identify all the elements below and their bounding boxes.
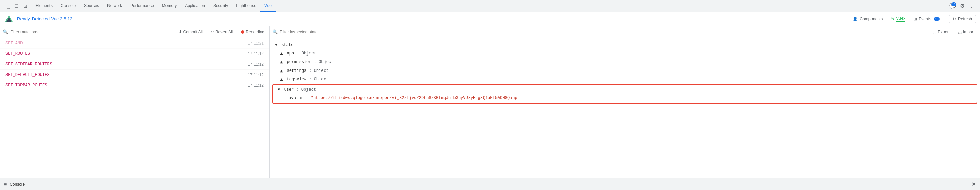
list-item[interactable]: SET_ROUTES 17:11:12 <box>0 49 269 59</box>
expand-user-arrow[interactable]: ▼ <box>278 87 280 93</box>
revert-all-button[interactable]: ↩ Revert All <box>209 29 235 35</box>
tree-item-app[interactable]: ▶ app : Object <box>270 49 980 58</box>
state-label: state <box>281 43 293 48</box>
import-icon: ⬚ <box>958 30 962 35</box>
mutation-name: SET_ROUTES <box>5 51 30 56</box>
recording-button[interactable]: Recording <box>239 29 267 35</box>
tab-performance[interactable]: Performance <box>126 0 158 12</box>
avatar-value: "https://thirdwx.qlogo.cn/mmopen/vi_32/I… <box>311 96 517 100</box>
tab-security[interactable]: Security <box>209 0 232 12</box>
events-badge: 13 <box>934 17 940 21</box>
right-panel: 🔍 ⬚ Export ⬚ Import ▼ state <box>270 26 980 178</box>
vuex-tab-button[interactable]: ↻ Vuex <box>888 15 909 24</box>
mutation-time: 17:11:21 <box>248 41 264 46</box>
chat-badge: 13 <box>951 2 956 6</box>
tree-item-user[interactable]: ▼ user : Object <box>275 86 975 94</box>
import-button[interactable]: ⬚ Import <box>955 29 977 35</box>
list-item[interactable]: SET_TOPBAR_ROUTES 17:11:12 <box>0 80 269 91</box>
commit-icon: ⬇ <box>179 30 182 34</box>
expand-settings-arrow[interactable]: ▶ <box>278 70 285 72</box>
export-icon: ⬚ <box>932 30 936 35</box>
dots-icon[interactable]: ⊡ <box>21 2 29 10</box>
tab-vue[interactable]: Vue <box>260 0 276 12</box>
tab-application[interactable]: Application <box>181 0 209 12</box>
console-label: Console <box>10 182 969 187</box>
mutation-time: 17:11:12 <box>248 73 264 77</box>
state-root-item[interactable]: ▼ state <box>270 41 980 49</box>
right-toolbar: 🔍 ⬚ Export ⬚ Import <box>270 26 980 38</box>
tree-item-settings[interactable]: ▶ settings : Object <box>270 67 980 75</box>
bottom-bar: ≡ Console ✕ <box>0 178 980 190</box>
expand-tagsview-arrow[interactable]: ▶ <box>278 78 285 81</box>
tree-item-user-highlighted[interactable]: ▼ user : Object avatar : "https://thirdw… <box>272 84 977 103</box>
left-toolbar: 🔍 ⬇ Commit All ↩ Revert All Recording <box>0 26 269 38</box>
list-item[interactable]: SET_AND 17:11:21 <box>0 38 269 49</box>
tab-console[interactable]: Console <box>57 0 80 12</box>
left-toolbar-actions: ⬇ Commit All ↩ Revert All Recording <box>177 29 267 35</box>
main-content: 🔍 ⬇ Commit All ↩ Revert All Recording <box>0 26 980 178</box>
refresh-button[interactable]: ↻ Refresh <box>949 15 976 23</box>
recording-dot-icon <box>241 30 244 34</box>
tree-item-avatar[interactable]: avatar : "https://thirdwx.qlogo.cn/mmope… <box>275 94 975 103</box>
tree-item-permission[interactable]: ▶ permission : Object <box>270 58 980 66</box>
mutation-time: 17:11:12 <box>248 51 264 56</box>
expand-state-arrow[interactable]: ▼ <box>275 42 277 48</box>
devtools-icons: ⬚ ☐ ⊡ <box>2 2 32 10</box>
components-tab-button[interactable]: 👤 Components <box>849 15 886 23</box>
tab-network[interactable]: Network <box>103 0 126 12</box>
inspect-icon[interactable]: ⬚ <box>3 2 11 10</box>
more-options-icon[interactable]: ⋮ <box>968 2 976 10</box>
toolbar-right-buttons: 👤 Components ↻ Vuex ⊞ Events 13 ↻ Refres… <box>849 15 976 24</box>
mutation-name: SET_DEFAULT_ROUTES <box>5 73 50 77</box>
events-tab-button[interactable]: ⊞ Events 13 <box>910 15 943 23</box>
mutation-time: 17:11:12 <box>248 62 264 67</box>
left-panel: 🔍 ⬇ Commit All ↩ Revert All Recording <box>0 26 270 178</box>
components-icon: 👤 <box>853 17 858 21</box>
search-icon: 🔍 <box>3 29 8 35</box>
close-console-icon[interactable]: ✕ <box>972 181 976 187</box>
tab-elements[interactable]: Elements <box>32 0 57 12</box>
mutation-list: SET_AND 17:11:21 SET_ROUTES 17:11:12 SET… <box>0 38 269 178</box>
toolbar-divider <box>946 16 946 22</box>
vue-toolbar: Ready. Detected Vue 2.6.12. 👤 Components… <box>0 12 980 26</box>
mutation-time: 17:11:12 <box>248 83 264 88</box>
state-search-input[interactable] <box>280 30 928 35</box>
search-icon: 🔍 <box>272 29 278 35</box>
tab-sources[interactable]: Sources <box>80 0 103 12</box>
tab-lighthouse[interactable]: Lighthouse <box>232 0 260 12</box>
commit-all-button[interactable]: ⬇ Commit All <box>177 29 205 35</box>
events-icon: ⊞ <box>913 17 917 21</box>
vuex-icon: ↻ <box>891 17 894 21</box>
right-toolbar-actions: ⬚ Export ⬚ Import <box>930 29 977 35</box>
top-tab-bar: ⬚ ☐ ⊡ Elements Console Sources Network P… <box>0 0 980 12</box>
mutation-name: SET_TOPBAR_ROUTES <box>5 83 47 88</box>
mutation-name: SET_AND <box>5 41 22 46</box>
list-item[interactable]: SET_SIDEBAR_ROUTERS 17:11:12 <box>0 59 269 70</box>
refresh-icon: ↻ <box>953 17 956 21</box>
console-menu-icon[interactable]: ≡ <box>4 182 7 187</box>
tree-item-tagsview[interactable]: ▶ tagsView : Object <box>270 75 980 84</box>
vue-logo-icon <box>4 14 14 24</box>
settings-icon[interactable]: ⚙ <box>958 2 966 10</box>
list-item[interactable]: SET_DEFAULT_ROUTES 17:11:12 <box>0 70 269 80</box>
mutation-search-box[interactable]: 🔍 <box>3 29 175 35</box>
top-tabs-right-icons: 💬 13 ⚙ ⋮ <box>946 2 978 10</box>
expand-app-arrow[interactable]: ▶ <box>278 52 285 55</box>
export-button[interactable]: ⬚ Export <box>930 29 952 35</box>
tab-memory[interactable]: Memory <box>158 0 181 12</box>
chat-icon[interactable]: 💬 13 <box>948 2 957 10</box>
tab-list: Elements Console Sources Network Perform… <box>32 0 946 12</box>
mutation-search-input[interactable] <box>10 30 175 35</box>
toolbar-status: Ready. Detected Vue 2.6.12. <box>17 16 849 21</box>
state-tree: ▼ state ▶ app : Object ▶ permission : Ob… <box>270 38 980 178</box>
mutation-name: SET_SIDEBAR_ROUTERS <box>5 62 52 67</box>
device-toggle-icon[interactable]: ☐ <box>12 2 21 10</box>
revert-icon: ↩ <box>211 30 214 34</box>
state-search-box[interactable]: 🔍 <box>272 29 928 35</box>
expand-permission-arrow[interactable]: ▶ <box>278 61 285 63</box>
